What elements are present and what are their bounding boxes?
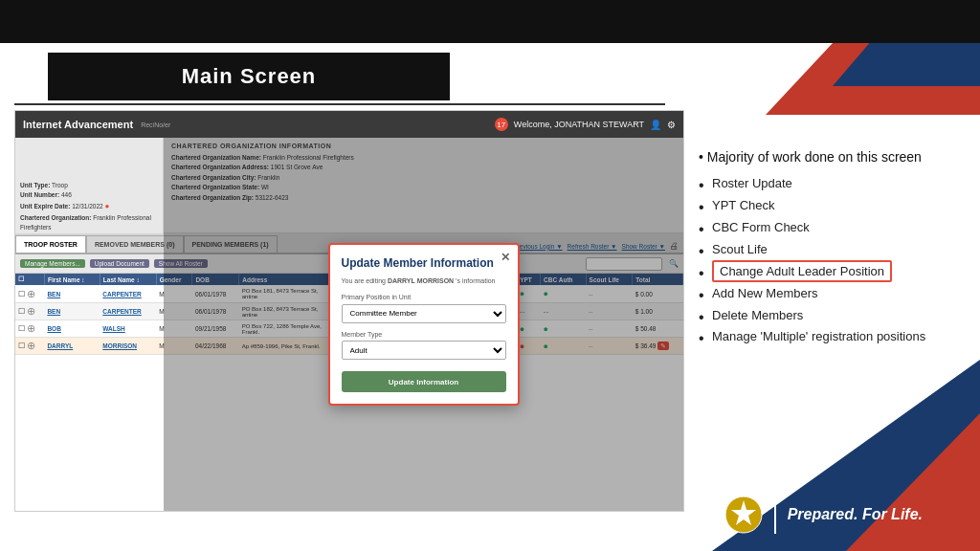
row-first-name: BEN <box>44 285 100 303</box>
position-label: Primary Position in Unit <box>342 294 506 300</box>
bullet-item: CBC Form Check <box>699 217 952 239</box>
unit-type-value: Troop <box>52 182 68 188</box>
highlighted-bullet: Change Adult Leader Position <box>712 260 892 282</box>
member-type-label: Member Type <box>342 331 506 338</box>
bullet-item: Delete Members <box>699 305 952 327</box>
row-last-name: WALSH <box>100 320 156 338</box>
modal-close-btn[interactable]: ✕ <box>501 251 510 264</box>
scout-emblem-icon <box>724 496 763 534</box>
last-name-link[interactable]: WALSH <box>102 325 124 332</box>
bullet-section: • Majority of work done on this screen R… <box>689 139 962 358</box>
notification-badge[interactable]: 17 <box>495 118 508 131</box>
row-last-name: MORRISON <box>100 338 156 355</box>
expire-date-value: 12/31/2022 <box>72 203 103 209</box>
bullet-item: Change Adult Leader Position <box>699 261 952 283</box>
first-name-link[interactable]: DARRYL <box>47 342 73 349</box>
bullet-item: YPT Check <box>699 195 952 217</box>
last-name-link[interactable]: CARPENTER <box>102 308 141 315</box>
chartered-org-row: Chartered Organization: Franklin Profess… <box>20 213 163 233</box>
bullet-item: Roster Update <box>699 173 952 195</box>
editing-suffix: 's information <box>456 277 495 284</box>
bullet-list: Roster UpdateYPT CheckCBC Form CheckScou… <box>699 173 952 348</box>
welcome-text: Welcome, JONATHAN STEWART <box>514 120 644 129</box>
top-bar <box>0 0 980 43</box>
expire-date-label: Unit Expire Date: <box>20 203 72 209</box>
app-name: Internet Advancement <box>23 119 133 130</box>
last-name-link[interactable]: CARPENTER <box>102 291 141 298</box>
scout-divider <box>774 496 776 534</box>
upload-document-btn[interactable]: Upload Document <box>90 259 149 268</box>
row-checkbox[interactable]: ☐ ⊕ <box>15 338 44 355</box>
modal-overlay: Update Member Information ✕ You are edit… <box>164 138 683 511</box>
col-checkbox: ☐ <box>15 274 44 285</box>
content-area: Internet Advancement ReciNo/er 17 Welcom… <box>14 110 684 512</box>
scout-logo-area: Prepared. For Life. <box>724 496 923 534</box>
bullet-item: Manage 'Multiple' registration positions <box>699 326 952 348</box>
col-first-name[interactable]: First Name ↕ <box>44 274 100 285</box>
user-avatar-icon[interactable]: 👤 <box>650 120 661 130</box>
expire-date-row: Unit Expire Date: 12/31/2022 ● <box>20 201 163 213</box>
row-last-name: CARPENTER <box>100 303 156 320</box>
bullet-item: Add New Members <box>699 283 952 305</box>
modal-desc: You are editing DARRYL MORRISON 's infor… <box>342 277 506 284</box>
bullet-intro: • Majority of work done on this screen <box>699 148 952 165</box>
unit-type-label: Unit Type: <box>20 182 52 188</box>
page-title: Main Screen <box>182 64 317 89</box>
first-name-link[interactable]: BEN <box>47 308 60 315</box>
manage-members-btn[interactable]: Manage Members... <box>20 259 85 268</box>
row-first-name: BEN <box>44 303 100 320</box>
row-first-name: BOB <box>44 320 100 338</box>
editing-name: DARRYL MORRISON <box>388 277 454 284</box>
unit-number-label: Unit Number: <box>20 191 61 198</box>
expire-warning-icon: ● <box>105 202 110 210</box>
row-checkbox[interactable]: ☐ ⊕ <box>15 285 44 303</box>
first-name-link[interactable]: BOB <box>47 325 60 332</box>
bullet-item: Scout Life <box>699 239 952 261</box>
settings-icon[interactable]: ⚙ <box>667 120 676 130</box>
row-last-name: CARPENTER <box>100 285 156 303</box>
unit-number-value: 446 <box>61 191 72 198</box>
scout-tagline: Prepared. For Life. <box>788 506 923 523</box>
last-name-link[interactable]: MORRISON <box>102 342 137 349</box>
row-checkbox[interactable]: ☐ ⊕ <box>15 303 44 320</box>
tab-troop-roster[interactable]: TROOP ROSTER <box>15 235 86 253</box>
first-name-link[interactable]: BEN <box>47 291 60 298</box>
col-last-name[interactable]: Last Name ↕ <box>100 274 156 285</box>
editing-label: You are editing <box>342 277 386 284</box>
modal-title: Update Member Information <box>342 256 506 270</box>
update-info-btn[interactable]: Update Information <box>342 371 506 392</box>
chartered-org-label: Chartered Organization: <box>20 214 93 221</box>
nav-link[interactable]: ReciNo/er <box>141 121 170 128</box>
position-select[interactable]: Committee Member <box>342 304 506 323</box>
row-checkbox[interactable]: ☐ ⊕ <box>15 320 44 338</box>
title-box: Main Screen <box>48 53 450 100</box>
member-type-select[interactable]: Adult <box>342 341 506 360</box>
unit-type-row: Unit Type: Troop <box>20 181 163 190</box>
update-member-modal: Update Member Information ✕ You are edit… <box>328 243 520 406</box>
title-underline <box>14 103 665 105</box>
unit-number-row: Unit Number: 446 <box>20 190 163 200</box>
bullet-intro-text: Majority of work done on this screen <box>707 149 922 165</box>
row-first-name: DARRYL <box>44 338 100 355</box>
header-right: 17 Welcome, JONATHAN STEWART 👤 ⚙ <box>495 118 676 131</box>
ia-header: Internet Advancement ReciNo/er 17 Welcom… <box>15 111 683 138</box>
